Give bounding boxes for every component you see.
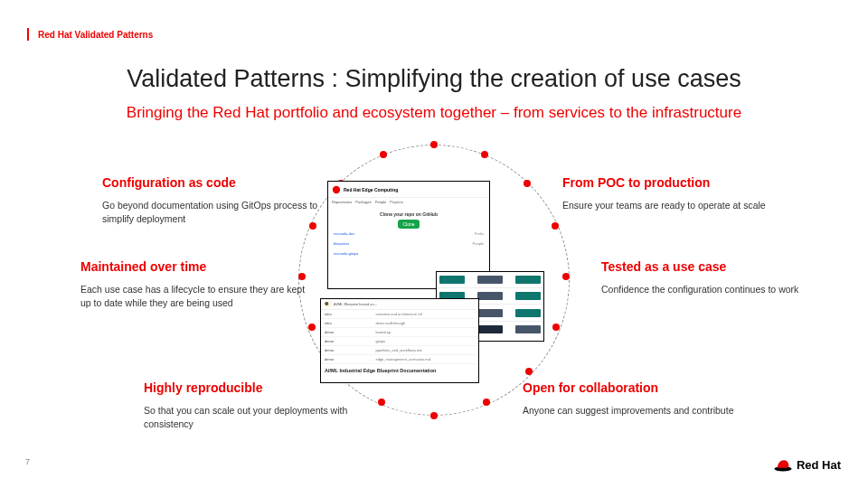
brand-text: Red Hat Validated Patterns bbox=[38, 30, 153, 40]
circle-dot bbox=[562, 273, 570, 280]
doc-footer: AI/ML Industrial Edge Blueprint Document… bbox=[321, 364, 478, 373]
circle-dot bbox=[483, 399, 490, 406]
circle-dot bbox=[308, 324, 316, 331]
feature-body: Confidence the configuration continues t… bbox=[601, 283, 827, 296]
feature-poc-to-prod: From POC to production Ensure your teams… bbox=[562, 175, 788, 212]
screenshot-doc: ⬤AI/ML Blueprint based on... introovervi… bbox=[320, 298, 479, 383]
repo-name: Red Hat Edge Computing bbox=[344, 187, 398, 192]
slide-subtitle: Bringing the Red Hat portfolio and ecosy… bbox=[0, 104, 868, 122]
feature-title: Tested as a use case bbox=[601, 259, 827, 274]
feature-body: Anyone can suggest improvements and cont… bbox=[523, 404, 749, 418]
header: Red Hat Validated Patterns bbox=[27, 28, 153, 41]
redhat-logo: Red Hat bbox=[773, 457, 841, 472]
accent-bar bbox=[27, 28, 29, 41]
feature-body: Go beyond documentation using GitOps pro… bbox=[102, 199, 328, 226]
feature-reproducible: Highly reproducible So that you can scal… bbox=[144, 380, 370, 431]
circle-dot bbox=[430, 141, 438, 148]
feature-maintained: Maintained over time Each use case has a… bbox=[80, 259, 307, 310]
center-screenshots: Red Hat Edge Computing RepositoriesPacka… bbox=[327, 181, 541, 380]
slide-title: Validated Patterns : Simplifying the cre… bbox=[0, 65, 868, 93]
circle-dot bbox=[378, 399, 385, 406]
circle-dot bbox=[430, 412, 438, 419]
clone-button: Clone bbox=[398, 220, 419, 229]
feature-body: So that you can scale out your deploymen… bbox=[144, 404, 370, 431]
circle-dot bbox=[552, 324, 560, 331]
logo-text: Red Hat bbox=[797, 458, 841, 472]
feature-title: From POC to production bbox=[562, 175, 788, 190]
repo-tagline: Clone your repo on GitHub bbox=[328, 211, 489, 217]
svg-point-0 bbox=[333, 185, 340, 192]
feature-body: Each use case has a lifecycle to ensure … bbox=[80, 283, 307, 310]
feature-config-as-code: Configuration as code Go beyond document… bbox=[102, 175, 328, 226]
fedora-icon bbox=[773, 457, 793, 472]
feature-title: Configuration as code bbox=[102, 175, 328, 190]
feature-title: Open for collaboration bbox=[523, 380, 749, 395]
feature-tested: Tested as a use case Confidence the conf… bbox=[601, 259, 827, 296]
page-number: 7 bbox=[25, 457, 30, 466]
circle-dot bbox=[481, 151, 488, 158]
circle-dot bbox=[552, 222, 559, 230]
feature-body: Ensure your teams are ready to operate a… bbox=[562, 199, 788, 212]
feature-title: Maintained over time bbox=[80, 259, 307, 274]
redhat-favicon bbox=[332, 185, 341, 194]
feature-open: Open for collaboration Anyone can sugges… bbox=[523, 380, 749, 418]
circle-dot bbox=[380, 151, 387, 158]
